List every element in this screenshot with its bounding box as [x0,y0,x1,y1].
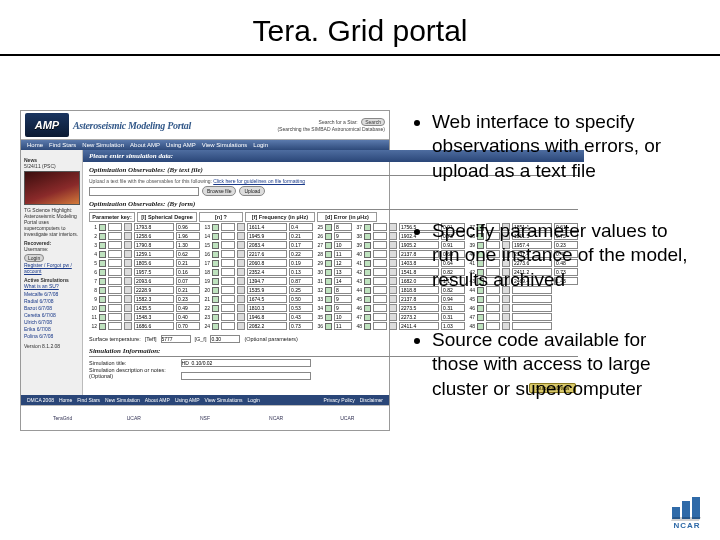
row-checkbox[interactable] [325,269,332,276]
err-input[interactable] [176,295,200,303]
freq-input[interactable] [134,241,174,249]
stepper-icon[interactable] [237,295,245,303]
stepper-icon[interactable] [237,322,245,330]
row-checkbox[interactable] [364,296,371,303]
stepper-icon[interactable] [237,304,245,312]
freq-input[interactable] [247,241,287,249]
degree-select[interactable] [373,322,387,330]
degree-select[interactable] [108,250,122,258]
freq-input[interactable] [247,295,287,303]
stepper-icon[interactable] [124,223,132,231]
freq-input[interactable] [247,250,287,258]
degree-select[interactable] [108,286,122,294]
row-checkbox[interactable] [212,296,219,303]
row-checkbox[interactable] [364,287,371,294]
n-input[interactable] [334,322,352,330]
err-input[interactable] [289,304,313,312]
stepper-icon[interactable] [389,250,397,258]
row-checkbox[interactable] [212,278,219,285]
stepper-icon[interactable] [237,259,245,267]
stepper-icon[interactable] [237,241,245,249]
freq-input[interactable] [134,232,174,240]
degree-select[interactable] [221,313,235,321]
degree-select[interactable] [108,223,122,231]
sidebar-login-button[interactable]: Login [24,254,44,262]
search-button[interactable]: Search [361,118,385,126]
degree-select[interactable] [373,277,387,285]
degree-select[interactable] [373,223,387,231]
row-checkbox[interactable] [99,278,106,285]
err-input[interactable] [289,268,313,276]
sidebar-what-su-link[interactable]: What is an SU? [24,283,79,289]
freq-input[interactable] [134,268,174,276]
degree-select[interactable] [221,322,235,330]
stepper-icon[interactable] [124,232,132,240]
sim-desc-input[interactable] [181,372,311,380]
stepper-icon[interactable] [389,241,397,249]
freq-input[interactable] [247,313,287,321]
stepper-icon[interactable] [389,304,397,312]
freq-input[interactable] [247,277,287,285]
nav-new-simulation[interactable]: New Simulation [82,142,124,148]
degree-select[interactable] [108,241,122,249]
nav-login[interactable]: Login [253,142,268,148]
degree-select[interactable] [221,223,235,231]
row-checkbox[interactable] [99,296,106,303]
row-checkbox[interactable] [99,314,106,321]
row-checkbox[interactable] [212,305,219,312]
stepper-icon[interactable] [389,232,397,240]
row-checkbox[interactable] [364,305,371,312]
freq-input[interactable] [134,322,174,330]
row-checkbox[interactable] [99,323,106,330]
degree-select[interactable] [373,286,387,294]
footer-disclaimer[interactable]: Disclaimer [360,397,383,403]
err-input[interactable] [289,313,313,321]
sidebar-sim-item[interactable]: Bazot 6/7/08 [24,305,79,311]
row-checkbox[interactable] [99,251,106,258]
browse-button[interactable]: Browse file [202,186,236,196]
degree-select[interactable] [221,295,235,303]
degree-select[interactable] [373,250,387,258]
footer-about[interactable]: About AMP [145,397,170,403]
degree-select[interactable] [221,286,235,294]
err-input[interactable] [176,313,200,321]
stepper-icon[interactable] [124,250,132,258]
nav-find-stars[interactable]: Find Stars [49,142,76,148]
row-checkbox[interactable] [364,251,371,258]
err-input[interactable] [289,241,313,249]
stepper-icon[interactable] [124,295,132,303]
stepper-icon[interactable] [237,232,245,240]
degree-select[interactable] [108,259,122,267]
stepper-icon[interactable] [389,277,397,285]
freq-input[interactable] [247,304,287,312]
row-checkbox[interactable] [325,251,332,258]
stepper-icon[interactable] [124,304,132,312]
n-input[interactable] [334,295,352,303]
row-checkbox[interactable] [99,260,106,267]
err-input[interactable] [176,277,200,285]
sim-title-input[interactable] [181,359,311,367]
freq-input[interactable] [247,322,287,330]
stepper-icon[interactable] [124,313,132,321]
err-input[interactable] [289,232,313,240]
row-checkbox[interactable] [325,242,332,249]
sidebar-sim-item[interactable]: Erika 6/7/08 [24,326,79,332]
stepper-icon[interactable] [237,286,245,294]
row-checkbox[interactable] [325,314,332,321]
row-checkbox[interactable] [212,260,219,267]
freq-input[interactable] [134,277,174,285]
row-checkbox[interactable] [364,242,371,249]
row-checkbox[interactable] [325,224,332,231]
teff-input[interactable] [161,335,191,343]
degree-select[interactable] [373,313,387,321]
formatting-guidelines-link[interactable]: Click here for guidelines on file format… [213,178,305,184]
sidebar-sim-item[interactable]: Ceretta 6/7/08 [24,312,79,318]
freq-input[interactable] [134,313,174,321]
sidebar-sim-item[interactable]: Ulrich 6/7/08 [24,319,79,325]
degree-select[interactable] [221,241,235,249]
row-checkbox[interactable] [364,278,371,285]
err-input[interactable] [176,322,200,330]
footer-privacy[interactable]: Privacy Policy [324,397,355,403]
degree-select[interactable] [108,232,122,240]
stepper-icon[interactable] [389,295,397,303]
